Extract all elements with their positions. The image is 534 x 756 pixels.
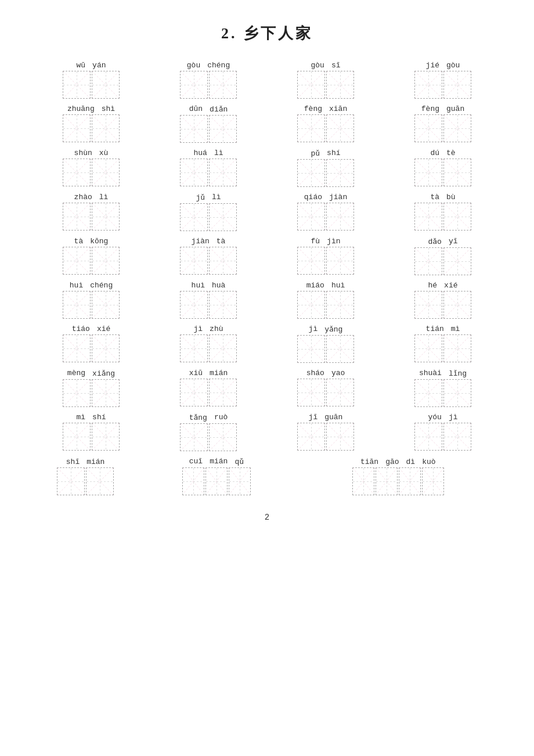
svg-line-121 [298,379,324,406]
char-box [180,115,208,143]
char-box [414,334,442,362]
char-box [92,114,120,142]
word-cell: jī guān [269,413,382,451]
word-cell: zhào lì [35,193,147,231]
svg-line-61 [415,203,442,230]
pinyin-row: tà kōng [74,237,109,246]
char-box [414,71,442,99]
pinyin-text: tà [430,193,439,201]
word-cell: gòu chéng [152,61,265,99]
char-box [205,467,228,495]
char-box [414,114,442,142]
pinyin-row: fèng guān [421,105,464,113]
pinyin-row: qiáo jiàn [304,193,347,201]
pinyin-row: tǎng ruò [189,413,228,422]
svg-line-111 [444,335,471,362]
pinyin-text: wū [76,61,85,70]
char-box [297,159,325,187]
char-box [63,379,91,407]
pinyin-text: bù [446,193,456,201]
pinyin-text: tè [446,149,456,157]
pinyin-text: yao [331,369,345,377]
word-cell: xiū mián [152,369,265,407]
svg-line-99 [92,335,119,362]
char-box [297,71,325,99]
char-box [180,379,208,406]
char-grid [414,159,471,186]
svg-line-147 [86,468,113,495]
char-box [92,247,120,275]
pinyin-text: tián [426,325,444,333]
pinyin-row: jǔ lì [196,193,221,202]
char-box [326,247,354,275]
pinyin-text: sháo [306,369,324,377]
char-box [229,467,251,495]
char-box [297,291,325,319]
word-cell: shùn xù [35,149,147,187]
char-grid [63,291,120,319]
svg-line-114 [92,380,119,406]
svg-line-67 [92,247,119,274]
svg-line-7 [210,71,236,98]
pinyin-row: huá lì [193,149,223,157]
svg-line-135 [210,424,236,451]
char-box [399,467,421,495]
svg-line-41 [298,160,324,186]
svg-line-81 [63,291,90,318]
word-cell: mì shí [35,413,147,451]
word-cell: wū yán [35,61,147,99]
svg-line-37 [181,159,207,186]
svg-line-49 [63,203,90,230]
char-box [443,423,471,451]
char-grid [180,291,237,319]
svg-line-92 [415,291,442,318]
svg-line-140 [415,423,442,450]
pinyin-row: gòu chéng [187,61,230,70]
char-box [92,334,120,362]
word-cell: jiàn tà [152,237,265,275]
svg-line-23 [210,116,236,142]
char-grid [63,334,120,362]
char-box [63,423,91,451]
char-box [92,423,120,451]
pinyin-row: dǎo yī [428,237,457,246]
char-box [297,247,325,275]
word-cell: tà kōng [35,237,147,275]
word-cell: yóu jì [387,413,499,451]
svg-line-14 [444,71,471,98]
char-grid [63,379,120,407]
svg-line-130 [92,423,119,450]
char-grid [414,203,471,231]
pinyin-text: zhào [74,193,92,201]
char-box [326,423,354,451]
pinyin-text: chéng [207,61,230,70]
char-box [209,291,237,319]
pinyin-row: dú tè [430,149,455,157]
pinyin-row: jī guān [309,413,343,422]
char-grid [180,379,237,406]
char-grid [63,247,120,275]
char-grid [57,467,114,495]
svg-line-108 [415,335,442,362]
pinyin-text: jǔ [196,193,205,202]
pinyin-text: hé [428,281,437,290]
svg-line-65 [63,247,90,274]
char-box [63,334,91,362]
svg-line-62 [444,203,471,230]
pinyin-text: zhù [210,325,223,333]
pinyin-row: cuī mián qǔ [189,457,244,466]
word-cell: mèng xiǎng [35,369,147,407]
pinyin-text: mián [210,457,228,466]
pinyin-text: kuò [422,458,435,466]
svg-line-95 [444,291,471,318]
svg-line-3 [92,71,119,98]
svg-line-124 [415,380,442,406]
svg-line-113 [63,380,90,406]
pinyin-text: mì [76,413,85,422]
svg-line-69 [181,247,207,274]
word-cell: dǎo yī [387,237,499,275]
svg-line-145 [57,468,84,495]
svg-line-13 [415,71,442,98]
char-grid [297,335,354,363]
word-cell: sháo yao [269,369,382,407]
